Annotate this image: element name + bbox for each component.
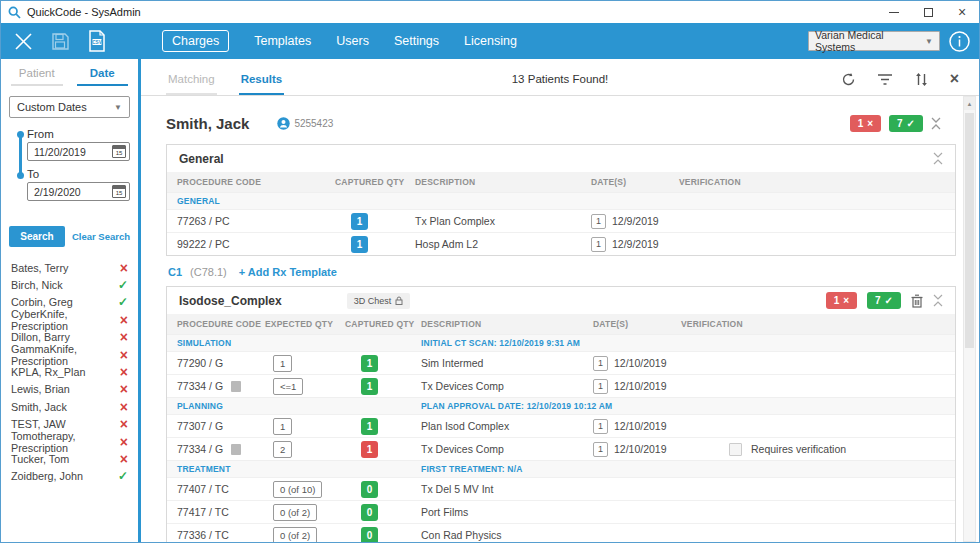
pass-count-badge[interactable]: 7✓ <box>867 292 901 309</box>
expected-qty-box[interactable]: <=1 <box>273 378 303 395</box>
table-row: 77334 / G <=1 1 Tx Devices Comp 112/10/2… <box>167 374 955 397</box>
results-content: Smith, Jack 5255423 1× 7✓ <box>141 96 979 542</box>
nav-tab-settings[interactable]: Settings <box>394 34 439 48</box>
date-qty-box[interactable]: 1 <box>593 356 608 371</box>
date-qty-box[interactable]: 1 <box>591 214 606 229</box>
status-x-icon: × <box>120 260 128 276</box>
vertical-scrollbar[interactable]: ▲ <box>963 96 976 542</box>
save-icon <box>51 32 70 51</box>
general-card: General PROCEDURE CODE CAPTURED QTY DESC… <box>166 144 956 256</box>
filter-button[interactable] <box>877 73 893 86</box>
save-button[interactable] <box>51 32 70 51</box>
captured-qty-badge: 1 <box>361 378 378 395</box>
trash-icon[interactable] <box>911 294 923 308</box>
procedure-code: 77290 / G <box>177 357 265 369</box>
close-button[interactable]: × <box>945 1 979 23</box>
table-row: 77407 / TC 0 (of 10) 0 Tx Del 5 MV Int <box>167 477 955 500</box>
organization-select[interactable]: Varian Medical Systems ▼ <box>808 31 940 51</box>
template-chip: 3D Chest <box>347 293 411 309</box>
rx-course-code[interactable]: C1 <box>168 266 182 278</box>
fail-count-badge[interactable]: 1× <box>850 115 881 132</box>
expected-qty-box[interactable]: 1 <box>273 355 292 372</box>
date-qty-box[interactable]: 1 <box>593 419 608 434</box>
patient-list-item[interactable]: Birch, Nick✓ <box>1 276 138 293</box>
captured-qty-badge: 1 <box>351 236 368 253</box>
clear-charges-button[interactable] <box>13 31 34 52</box>
info-icon[interactable] <box>948 30 971 53</box>
add-rx-template-link[interactable]: + Add Rx Template <box>239 266 337 278</box>
maximize-button[interactable] <box>911 1 945 23</box>
tab-patient[interactable]: Patient <box>11 67 63 86</box>
expected-qty-box[interactable]: 0 (of 2) <box>273 527 317 543</box>
sort-button[interactable] <box>914 72 929 87</box>
lock-icon <box>395 296 403 305</box>
date-qty-box[interactable]: 1 <box>593 379 608 394</box>
patient-list-item[interactable]: Zoidberg, John✓ <box>1 468 138 485</box>
patient-list-item[interactable]: Smith, Jack× <box>1 398 138 415</box>
section-row-treatment: TREATMENT FIRST TREATMENT: N/A <box>167 460 955 477</box>
export-csv-button[interactable]: CSV <box>87 30 107 52</box>
fail-count-badge[interactable]: 1× <box>826 292 857 309</box>
procedure-code: 77407 / TC <box>177 483 265 495</box>
to-date-input[interactable]: 2/19/2020 15 <box>27 182 130 201</box>
patient-list-item[interactable]: GammaKnife, Prescription× <box>1 346 138 363</box>
person-icon <box>277 117 290 130</box>
tab-results[interactable]: Results <box>239 73 285 95</box>
from-date-input[interactable]: 11/20/2019 15 <box>27 142 130 161</box>
collapse-icon[interactable] <box>933 294 943 307</box>
chevron-down-icon: ▼ <box>114 103 122 112</box>
patient-list-item[interactable]: CyberKnife, Prescription× <box>1 311 138 328</box>
timeline-dot <box>17 172 24 179</box>
patient-list-item[interactable]: Lewis, Brian× <box>1 381 138 398</box>
nav-tab-charges[interactable]: Charges <box>162 30 229 52</box>
procedure-code: 77263 / PC <box>177 215 335 227</box>
check-icon: ✓ <box>907 118 915 129</box>
pass-count-badge[interactable]: 7✓ <box>889 115 923 132</box>
section-row-simulation: SIMULATION INITIAL CT SCAN: 12/10/2019 9… <box>167 334 955 351</box>
close-results-button[interactable]: × <box>950 71 959 87</box>
expected-qty-box[interactable]: 1 <box>273 418 292 435</box>
clear-search-link[interactable]: Clear Search <box>72 231 130 242</box>
nav-tab-templates[interactable]: Templates <box>254 34 311 48</box>
patient-summary-right: 1× 7✓ <box>850 115 941 132</box>
captured-qty-badge: 1 <box>361 355 378 372</box>
organization-select-value: Varian Medical Systems <box>815 29 925 53</box>
isodose-card-header: Isodose_Complex 3D Chest 1× 7✓ <box>167 287 955 314</box>
description: Tx Devices Comp <box>421 443 593 455</box>
scroll-up-arrow-icon[interactable]: ▲ <box>964 97 975 110</box>
toolbar-actions: CSV <box>1 30 107 52</box>
procedure-code: 99222 / PC <box>177 238 335 250</box>
refresh-button[interactable] <box>841 72 856 87</box>
tab-date[interactable]: Date <box>77 67 129 86</box>
x-icon: × <box>843 295 849 306</box>
results-header: Matching Results 13 Patients Found! <box>141 59 979 96</box>
filter-icon <box>877 73 893 86</box>
note-icon <box>231 444 241 455</box>
patient-list-item[interactable]: Bates, Terry× <box>1 259 138 276</box>
date-qty-box[interactable]: 1 <box>591 237 606 252</box>
patient-name: Smith, Jack <box>166 115 249 132</box>
patient-list-item[interactable]: Tomotherapy, Prescription× <box>1 433 138 450</box>
tab-matching[interactable]: Matching <box>166 73 217 95</box>
minimize-button[interactable] <box>877 1 911 23</box>
calendar-icon[interactable]: 15 <box>112 145 126 158</box>
collapse-icon[interactable] <box>931 117 941 130</box>
expected-qty-box[interactable]: 0 (of 10) <box>273 481 322 498</box>
calendar-icon[interactable]: 15 <box>112 185 126 198</box>
main-toolbar: CSV Charges Templates Users Settings Lic… <box>1 23 979 59</box>
date-qty-box[interactable]: 1 <box>593 442 608 457</box>
scrollbar-thumb[interactable] <box>965 113 974 348</box>
collapse-icon[interactable] <box>933 152 943 165</box>
date-range-select[interactable]: Custom Dates ▼ <box>9 96 130 118</box>
search-button[interactable]: Search <box>9 226 65 247</box>
captured-qty-badge: 0 <box>361 527 378 543</box>
patient-id-wrap: 5255423 <box>277 117 333 130</box>
nav-tab-users[interactable]: Users <box>336 34 369 48</box>
expected-qty-box[interactable]: 0 (of 2) <box>273 504 317 521</box>
expected-qty-box[interactable]: 2 <box>273 441 292 458</box>
nav-tab-licensing[interactable]: Licensing <box>464 34 517 48</box>
main-panel: Matching Results 13 Patients Found! <box>141 59 979 542</box>
status-x-icon: × <box>120 399 128 415</box>
captured-qty-badge: 0 <box>361 481 378 498</box>
verification-checkbox[interactable] <box>729 443 742 456</box>
